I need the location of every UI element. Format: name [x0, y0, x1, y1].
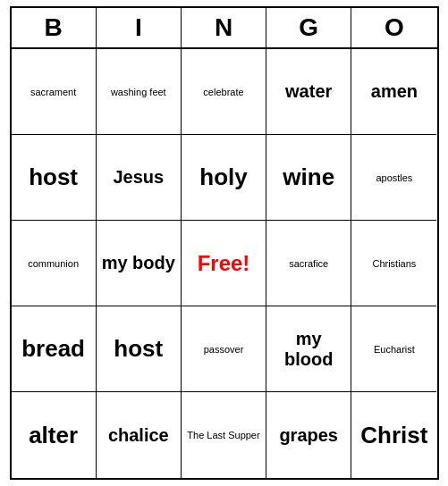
- bingo-cell: apostles: [351, 135, 436, 221]
- bingo-cell: passover: [182, 306, 266, 392]
- bingo-cell: chalice: [97, 392, 182, 478]
- bingo-cell: The Last Supper: [182, 392, 266, 478]
- header-letter: I: [97, 8, 182, 47]
- header-letter: O: [351, 8, 436, 47]
- bingo-cell: communion: [12, 221, 97, 306]
- header-letter: G: [266, 8, 351, 47]
- bingo-cell: alter: [12, 392, 97, 478]
- bingo-cell: holy: [182, 135, 266, 221]
- bingo-cell: Free!: [182, 221, 266, 306]
- bingo-cell: Jesus: [97, 135, 182, 221]
- bingo-card: BINGO sacramentwashing feetcelebratewate…: [10, 6, 439, 480]
- bingo-cell: my blood: [266, 306, 351, 392]
- bingo-cell: Eucharist: [351, 306, 436, 392]
- bingo-cell: amen: [351, 49, 436, 135]
- bingo-cell: host: [12, 135, 97, 221]
- bingo-cell: Christ: [351, 392, 436, 478]
- bingo-cell: sacrament: [12, 49, 97, 135]
- bingo-cell: sacrafice: [266, 221, 351, 306]
- bingo-cell: bread: [12, 306, 97, 392]
- bingo-cell: my body: [97, 221, 182, 306]
- bingo-cell: grapes: [266, 392, 351, 478]
- bingo-cell: water: [266, 49, 351, 135]
- bingo-cell: host: [97, 306, 182, 392]
- bingo-header: BINGO: [12, 8, 437, 49]
- header-letter: B: [12, 8, 97, 47]
- bingo-cell: washing feet: [97, 49, 182, 135]
- header-letter: N: [182, 8, 266, 47]
- bingo-cell: Christians: [351, 221, 436, 306]
- bingo-cell: celebrate: [182, 49, 266, 135]
- bingo-grid: sacramentwashing feetcelebratewateramenh…: [12, 49, 437, 478]
- bingo-cell: wine: [266, 135, 351, 221]
